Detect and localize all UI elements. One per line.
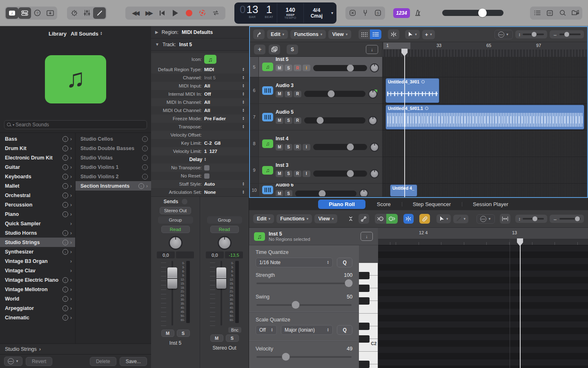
track-lanes[interactable]: 1336597 Untitled 4_3#01 Untitled 4_5#01.… — [383, 42, 587, 197]
group-button[interactable]: Group — [158, 216, 193, 224]
track-name[interactable]: Inst 3 — [276, 162, 379, 168]
grid-view-button[interactable] — [359, 29, 370, 39]
inspector-row-value[interactable]: MIDI — [204, 67, 214, 72]
mute-button[interactable]: M — [276, 65, 283, 71]
solo-button[interactable]: S — [285, 144, 292, 150]
pan-knob[interactable] — [218, 236, 232, 250]
track-volume-slider[interactable] — [313, 65, 367, 71]
automation-mode-button[interactable]: Read — [161, 226, 190, 233]
input-monit-button[interactable]: I — [303, 144, 310, 150]
forward-button[interactable]: ▶▶ — [142, 7, 155, 19]
black-key[interactable] — [359, 297, 370, 305]
pan-value[interactable]: 0,0 — [157, 251, 175, 258]
editor-menu[interactable]: Functions▾ — [276, 214, 312, 223]
track-volume-slider[interactable] — [295, 191, 356, 197]
metronome-button[interactable] — [414, 9, 422, 17]
mute-button[interactable]: M — [276, 117, 283, 124]
download-icon[interactable]: ↓ — [62, 305, 68, 311]
library-category-item[interactable]: Percussion ↓ › — [0, 200, 75, 209]
black-key[interactable] — [359, 323, 370, 330]
track-volume-slider[interactable] — [313, 144, 367, 150]
swing-slider[interactable] — [256, 304, 352, 306]
editor-tab[interactable]: Session Player — [462, 200, 519, 209]
record-enable-button[interactable]: R — [294, 144, 301, 150]
loop-browser-button[interactable] — [556, 7, 569, 19]
track-header[interactable]: 8 ♫ Inst 4 M S R I — [250, 130, 382, 157]
audio-region[interactable]: Untitled 4_ — [390, 184, 417, 197]
inspector-row[interactable]: Freeze Mode: ♫ Pre Fader ▲▼ — [151, 114, 249, 123]
editor-vertical-zoom-slider[interactable]: ↕ — [515, 215, 548, 223]
checkbox[interactable] — [204, 173, 209, 179]
pan-value[interactable]: 0,0 — [206, 251, 224, 258]
library-breadcrumb[interactable]: Studio Strings › — [0, 343, 151, 354]
track-pan-knob[interactable] — [370, 143, 379, 152]
automation-mode-button[interactable]: Read — [210, 226, 239, 233]
library-category-item[interactable]: World ↓ › — [0, 294, 75, 303]
library-category-item[interactable]: Piano ↓ › — [0, 209, 75, 219]
inspector-row[interactable]: Icon: ♫ ▲▼ — [151, 53, 249, 65]
tracks-menu[interactable]: View▾ — [328, 30, 351, 39]
volume-slider-knob[interactable] — [478, 9, 487, 17]
go-to-beginning-button[interactable] — [156, 7, 168, 19]
disclosure-down-icon[interactable]: ▼ — [155, 42, 159, 47]
download-icon[interactable]: ↓ — [62, 136, 68, 142]
download-icon[interactable]: ↓ — [62, 249, 68, 255]
track-pan-knob[interactable] — [368, 90, 377, 99]
stepper-icon[interactable]: ▲▼ — [242, 117, 245, 121]
channel-strip-name[interactable]: Stereo Out — [212, 345, 236, 351]
loop-indicator-icon[interactable] — [425, 107, 428, 110]
auto-zoom-button[interactable] — [500, 214, 510, 224]
playhead[interactable] — [404, 49, 405, 197]
fader[interactable]: 03691215182124303540455060 — [210, 261, 239, 325]
quick-help-button[interactable]: ? — [31, 7, 44, 19]
stepper-icon[interactable]: ▲▼ — [242, 67, 245, 72]
track-inspector-header[interactable]: ▼ Track:Inst 5 — [151, 38, 249, 51]
stepper-icon[interactable]: ▲▼ — [242, 76, 245, 80]
bounce-button[interactable]: Bnc — [228, 327, 241, 333]
output-button[interactable]: Stereo Out — [160, 207, 192, 214]
lcd-signature[interactable]: 4/4 Cmaj — [303, 3, 330, 23]
download-icon[interactable]: ↓ — [62, 193, 68, 198]
download-icon[interactable]: ↓ — [62, 146, 68, 151]
save-button[interactable]: Save... — [120, 357, 147, 366]
velocity-slider[interactable] — [256, 356, 352, 358]
library-category-item[interactable]: Mallet ↓ › — [0, 181, 75, 191]
inspector-row[interactable]: Key Limit: ♫ C-2 G8 ▲▼ — [151, 139, 249, 147]
track-type-icon[interactable]: ♫ — [262, 139, 273, 148]
rewind-button[interactable]: ◀◀ — [129, 7, 141, 19]
checkbox[interactable] — [204, 165, 209, 171]
piano-roll-grid[interactable]: 12 413 — [378, 228, 588, 368]
track-name[interactable]: Audio 3 — [276, 83, 379, 88]
download-icon[interactable]: ↓ — [62, 230, 68, 236]
download-icon[interactable]: ↓ — [62, 183, 68, 189]
time-quantize-dropdown[interactable]: 1/16 Note ▲▼ — [256, 258, 333, 267]
download-icon[interactable]: ↓ — [62, 296, 68, 302]
download-icon[interactable]: ↓ — [142, 174, 148, 180]
track-header[interactable]: 6 ♫ Audio 3 M S R I — [250, 77, 382, 104]
editor-tab[interactable]: Score — [366, 200, 401, 209]
inspector-row[interactable]: Internal MIDI In: ♫ Off ▲▼ — [151, 90, 249, 98]
fader[interactable]: 03691215182124303540455060 — [161, 261, 190, 325]
record-enable-button[interactable]: R — [294, 171, 301, 177]
inspector-row-value[interactable]: All — [204, 100, 210, 105]
mute-button[interactable]: M — [210, 334, 223, 342]
record-button[interactable] — [183, 7, 195, 19]
library-category-item[interactable]: Bass ↓ › — [0, 134, 75, 144]
black-key[interactable] — [359, 335, 370, 343]
track-name[interactable]: Inst 5 — [276, 57, 379, 62]
mute-button[interactable]: M — [276, 171, 283, 177]
strength-slider[interactable] — [256, 283, 352, 284]
track-icon-swatch[interactable]: ♫ — [204, 55, 216, 64]
track-type-icon[interactable]: ♫ — [262, 113, 273, 121]
editor-menu[interactable]: View▾ — [314, 214, 337, 223]
black-key[interactable] — [359, 361, 370, 368]
solo-button[interactable]: S — [226, 334, 239, 342]
bar-ruler[interactable]: 1336597 — [383, 42, 587, 57]
record-enable-button[interactable]: R — [294, 65, 301, 71]
inspector-row[interactable]: Velocity Offset: ♫ ▲▼ — [151, 131, 249, 139]
note-pads-button[interactable] — [543, 7, 556, 19]
secondary-tool-selector[interactable]: + ▾ — [422, 30, 435, 39]
stepper-icon[interactable]: ▲▼ — [242, 125, 245, 129]
track-pan-knob[interactable] — [370, 169, 379, 178]
inspector-row-value[interactable]: All — [204, 83, 210, 88]
